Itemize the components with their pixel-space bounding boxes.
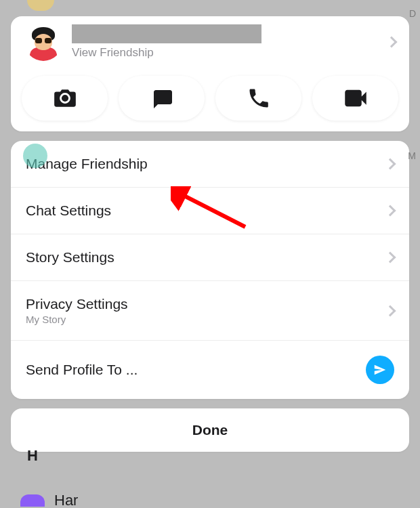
bg-avatar-peek: [27, 0, 54, 11]
bg-index-letter-m: M: [408, 150, 416, 161]
video-icon: [341, 84, 370, 112]
chevron-right-icon: [385, 252, 396, 263]
profile-text-block: View Friendship: [72, 24, 387, 60]
manage-friendship-item[interactable]: Manage Friendship: [11, 141, 409, 188]
quick-action-row: [11, 64, 409, 121]
chat-settings-item[interactable]: Chat Settings: [11, 188, 409, 234]
chevron-right-icon: [385, 305, 396, 316]
story-settings-label: Story Settings: [26, 249, 386, 266]
story-settings-item[interactable]: Story Settings: [11, 234, 409, 281]
view-friendship-label: View Friendship: [72, 46, 387, 60]
bg-index-letter-h: H: [27, 447, 38, 465]
avatar: [24, 23, 62, 61]
settings-list-card: Manage Friendship Chat Settings Story Se…: [11, 141, 409, 399]
chevron-right-icon: [386, 37, 398, 48]
send-profile-label: Send Profile To ...: [26, 362, 366, 378]
send-icon: [366, 356, 394, 384]
bg-index-letter: D: [409, 8, 416, 19]
camera-icon: [52, 85, 78, 111]
send-profile-item[interactable]: Send Profile To ...: [11, 341, 409, 399]
username-redacted: [72, 24, 261, 43]
bg-list-item-peek: Har: [20, 492, 78, 508]
video-call-button[interactable]: [312, 76, 398, 121]
phone-icon: [247, 86, 271, 110]
bg-avatar-peek-2: [23, 144, 47, 168]
done-label: Done: [11, 422, 409, 438]
chat-icon: [150, 86, 174, 110]
chevron-right-icon: [385, 158, 396, 170]
profile-card: View Friendship: [11, 16, 409, 131]
manage-friendship-label: Manage Friendship: [26, 156, 386, 172]
privacy-settings-item[interactable]: Privacy Settings My Story: [11, 281, 409, 341]
chevron-right-icon: [385, 205, 396, 217]
privacy-settings-label: Privacy Settings: [26, 296, 386, 312]
call-button[interactable]: [215, 76, 301, 121]
chat-settings-label: Chat Settings: [26, 203, 386, 219]
profile-header-row[interactable]: View Friendship: [11, 16, 409, 64]
camera-button[interactable]: [22, 76, 108, 121]
chat-button[interactable]: [119, 76, 205, 121]
done-button[interactable]: Done: [11, 408, 409, 452]
privacy-settings-subtitle: My Story: [26, 314, 386, 325]
